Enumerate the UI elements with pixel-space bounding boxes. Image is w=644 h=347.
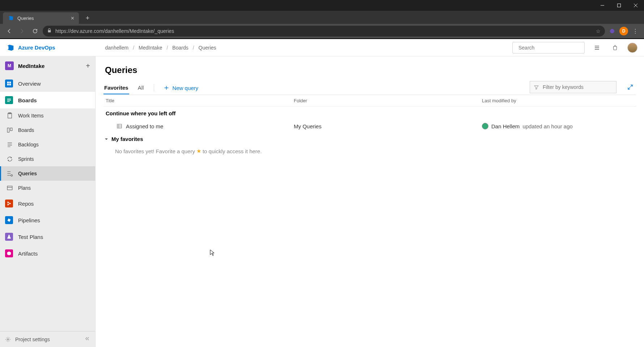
svg-point-18 bbox=[11, 175, 13, 176]
extension-icon[interactable] bbox=[607, 26, 617, 36]
sidebar-item-boards-sub[interactable]: Boards bbox=[0, 123, 95, 137]
browser-menu-button[interactable]: ⋮ bbox=[630, 26, 640, 36]
sidebar-item-test-plans[interactable]: Test Plans bbox=[0, 228, 95, 245]
board-icon bbox=[7, 127, 13, 133]
sidebar-item-repos[interactable]: Repos bbox=[0, 195, 95, 212]
overview-icon bbox=[5, 80, 13, 87]
user-avatar[interactable] bbox=[627, 43, 637, 53]
favorites-group-header[interactable]: My favorites bbox=[103, 132, 636, 146]
sidebar-item-backlogs[interactable]: Backlogs bbox=[0, 137, 95, 152]
favorites-group-label: My favorites bbox=[111, 136, 143, 142]
svg-rect-10 bbox=[9, 84, 11, 86]
chevron-down-icon bbox=[104, 137, 109, 141]
svg-rect-19 bbox=[7, 186, 12, 190]
new-tab-button[interactable]: + bbox=[82, 13, 93, 23]
artifacts-icon bbox=[5, 249, 13, 257]
sidebar-item-overview[interactable]: Overview bbox=[0, 75, 95, 92]
list-view-icon[interactable] bbox=[591, 42, 603, 53]
window-close-button[interactable] bbox=[627, 0, 644, 11]
tab-all[interactable]: All bbox=[137, 82, 145, 94]
address-bar[interactable]: ☆ bbox=[43, 26, 605, 37]
sidebar-item-label: Test Plans bbox=[18, 234, 43, 240]
forward-button[interactable] bbox=[17, 26, 27, 37]
svg-rect-16 bbox=[7, 128, 9, 132]
sidebar-item-boards[interactable]: Boards bbox=[0, 92, 95, 108]
project-selector[interactable]: M MedIntake + bbox=[0, 56, 95, 75]
brand[interactable]: Azure DevOps bbox=[7, 44, 55, 52]
sidebar-item-label: Queries bbox=[18, 171, 37, 176]
breadcrumb-org[interactable]: danhellem bbox=[105, 45, 129, 51]
svg-rect-9 bbox=[7, 84, 9, 86]
query-row[interactable]: Assigned to me My Queries Dan Hellem upd… bbox=[103, 120, 636, 132]
profile-avatar[interactable]: D bbox=[619, 27, 628, 35]
project-badge: M bbox=[5, 61, 14, 70]
breadcrumb-area[interactable]: Boards bbox=[172, 45, 188, 51]
sidebar-item-plans[interactable]: Plans bbox=[0, 181, 95, 195]
breadcrumb-page[interactable]: Queries bbox=[199, 45, 216, 51]
col-modified[interactable]: Last modified by bbox=[482, 98, 634, 103]
col-folder[interactable]: Folder bbox=[294, 98, 482, 103]
breadcrumb-project[interactable]: MedIntake bbox=[139, 45, 162, 51]
project-settings-link[interactable]: Project settings bbox=[0, 331, 95, 347]
search-input[interactable] bbox=[518, 45, 582, 51]
window-minimize-button[interactable] bbox=[594, 0, 611, 11]
modified-time: updated an hour ago bbox=[522, 123, 572, 129]
test-plans-icon bbox=[5, 233, 13, 241]
azure-devops-icon bbox=[8, 15, 14, 21]
sidebar-item-sprints[interactable]: Sprints bbox=[0, 152, 95, 166]
sidebar-item-queries[interactable]: Queries bbox=[0, 166, 95, 181]
query-title: Assigned to me bbox=[126, 123, 163, 129]
svg-rect-13 bbox=[7, 101, 10, 102]
filter-icon bbox=[534, 85, 539, 90]
azure-devops-icon bbox=[7, 44, 14, 52]
sidebar: M MedIntake + Overview Boards Work Items… bbox=[0, 56, 96, 347]
sidebar-item-artifacts[interactable]: Artifacts bbox=[0, 245, 95, 262]
browser-toolbar: ☆ D ⋮ bbox=[0, 24, 644, 38]
svg-rect-7 bbox=[7, 82, 9, 83]
sprints-icon bbox=[7, 156, 13, 162]
svg-rect-12 bbox=[7, 100, 11, 100]
query-folder: My Queries bbox=[294, 123, 482, 129]
app-header: Azure DevOps danhellem / MedIntake / Boa… bbox=[0, 39, 644, 56]
tab-title: Queries bbox=[17, 16, 34, 21]
svg-rect-8 bbox=[9, 82, 11, 83]
queries-icon bbox=[7, 170, 13, 177]
collapse-icon[interactable] bbox=[84, 336, 90, 343]
shopping-bag-icon[interactable] bbox=[609, 42, 621, 53]
search-box[interactable] bbox=[512, 42, 585, 53]
browser-tab[interactable]: Queries ✕ bbox=[3, 12, 79, 24]
filter-input[interactable] bbox=[543, 84, 613, 90]
star-icon: ★ bbox=[196, 148, 201, 154]
col-title[interactable]: Title bbox=[106, 98, 294, 103]
brand-label: Azure DevOps bbox=[18, 44, 55, 51]
reload-button[interactable] bbox=[30, 26, 41, 37]
sidebar-item-label: Plans bbox=[18, 185, 31, 191]
plans-icon bbox=[7, 185, 13, 191]
svg-rect-17 bbox=[10, 128, 12, 131]
window-titlebar bbox=[0, 0, 644, 11]
sidebar-item-label: Backlogs bbox=[18, 142, 39, 147]
breadcrumb: danhellem / MedIntake / Boards / Queries bbox=[105, 45, 216, 51]
svg-point-4 bbox=[610, 29, 614, 33]
new-query-button[interactable]: New query bbox=[164, 85, 198, 91]
sidebar-item-label: Work Items bbox=[18, 113, 44, 119]
star-icon[interactable]: ☆ bbox=[596, 28, 601, 34]
filter-box[interactable] bbox=[530, 81, 617, 93]
repos-icon bbox=[5, 200, 13, 207]
sidebar-item-work-items[interactable]: Work Items bbox=[0, 108, 95, 123]
fullscreen-button[interactable] bbox=[624, 81, 636, 93]
url-input[interactable] bbox=[55, 28, 592, 34]
tabs-row: Favorites All New query bbox=[103, 81, 636, 95]
close-icon[interactable]: ✕ bbox=[71, 16, 75, 21]
query-list-icon bbox=[116, 123, 122, 129]
tab-favorites[interactable]: Favorites bbox=[103, 82, 129, 94]
sidebar-item-label: Artifacts bbox=[18, 250, 38, 257]
sidebar-item-label: Repos bbox=[18, 201, 34, 207]
sidebar-item-pipelines[interactable]: Pipelines bbox=[0, 212, 95, 228]
boards-icon bbox=[5, 96, 13, 104]
back-button[interactable] bbox=[4, 26, 14, 37]
plus-icon bbox=[164, 85, 169, 91]
plus-icon[interactable]: + bbox=[86, 62, 90, 70]
page-title: Queries bbox=[105, 65, 636, 75]
window-maximize-button[interactable] bbox=[611, 0, 627, 11]
